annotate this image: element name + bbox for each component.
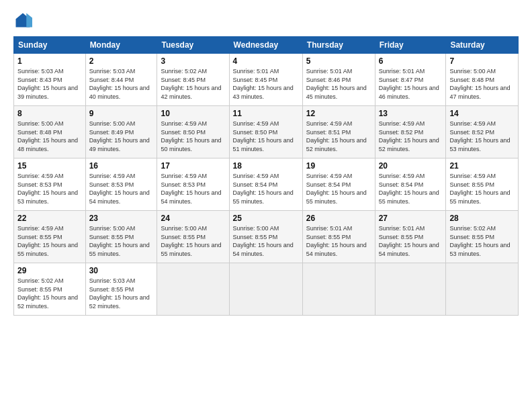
day-info: Sunrise: 4:59 AMSunset: 8:53 PMDaylight:… — [17, 172, 82, 205]
calendar-week-4: 22Sunrise: 4:59 AMSunset: 8:55 PMDayligh… — [14, 211, 519, 263]
calendar-empty-cell — [229, 263, 302, 316]
day-info: Sunrise: 4:59 AMSunset: 8:52 PMDaylight:… — [379, 120, 443, 153]
day-info: Sunrise: 5:02 AMSunset: 8:45 PMDaylight:… — [161, 67, 225, 101]
calendar-day-22: 22Sunrise: 4:59 AMSunset: 8:55 PMDayligh… — [14, 211, 86, 263]
day-info: Sunrise: 5:03 AMSunset: 8:43 PMDaylight:… — [17, 67, 82, 101]
day-info: Sunrise: 4:59 AMSunset: 8:52 PMDaylight:… — [449, 120, 515, 153]
day-info: Sunrise: 5:00 AMSunset: 8:55 PMDaylight:… — [233, 224, 299, 258]
calendar-day-20: 20Sunrise: 4:59 AMSunset: 8:54 PMDayligh… — [375, 158, 446, 211]
day-number: 18 — [233, 161, 299, 171]
day-number: 12 — [306, 109, 371, 118]
page: SundayMondayTuesdayWednesdayThursdayFrid… — [0, 0, 532, 411]
day-info: Sunrise: 4:59 AMSunset: 8:54 PMDaylight:… — [233, 172, 299, 205]
calendar-day-10: 10Sunrise: 4:59 AMSunset: 8:50 PMDayligh… — [157, 106, 229, 158]
calendar-header-sunday: Sunday — [14, 37, 86, 54]
calendar-empty-cell — [375, 263, 446, 316]
day-number: 1 — [17, 56, 82, 66]
day-info: Sunrise: 5:01 AMSunset: 8:46 PMDaylight:… — [306, 67, 371, 101]
calendar-day-2: 2Sunrise: 5:03 AMSunset: 8:44 PMDaylight… — [85, 54, 157, 106]
calendar-day-28: 28Sunrise: 5:02 AMSunset: 8:55 PMDayligh… — [446, 211, 519, 263]
calendar-day-21: 21Sunrise: 4:59 AMSunset: 8:55 PMDayligh… — [446, 158, 519, 211]
day-number: 11 — [233, 109, 299, 118]
calendar-week-5: 29Sunrise: 5:02 AMSunset: 8:55 PMDayligh… — [14, 263, 519, 316]
logo-icon — [13, 11, 32, 30]
day-number: 23 — [89, 214, 154, 223]
day-number: 28 — [449, 214, 515, 223]
calendar-week-3: 15Sunrise: 4:59 AMSunset: 8:53 PMDayligh… — [14, 158, 519, 211]
day-number: 6 — [379, 56, 443, 66]
day-info: Sunrise: 4:59 AMSunset: 8:54 PMDaylight:… — [306, 172, 371, 205]
calendar-day-3: 3Sunrise: 5:02 AMSunset: 8:45 PMDaylight… — [157, 54, 229, 106]
calendar-header-row: SundayMondayTuesdayWednesdayThursdayFrid… — [14, 37, 519, 54]
day-info: Sunrise: 5:01 AMSunset: 8:47 PMDaylight:… — [379, 67, 443, 101]
calendar-day-27: 27Sunrise: 5:01 AMSunset: 8:55 PMDayligh… — [375, 211, 446, 263]
day-info: Sunrise: 5:02 AMSunset: 8:55 PMDaylight:… — [17, 277, 82, 310]
day-number: 19 — [306, 161, 371, 171]
day-info: Sunrise: 4:59 AMSunset: 8:54 PMDaylight:… — [379, 172, 443, 205]
calendar-week-1: 1Sunrise: 5:03 AMSunset: 8:43 PMDaylight… — [14, 54, 519, 106]
calendar-day-11: 11Sunrise: 4:59 AMSunset: 8:50 PMDayligh… — [229, 106, 302, 158]
calendar-day-15: 15Sunrise: 4:59 AMSunset: 8:53 PMDayligh… — [14, 158, 86, 211]
calendar-empty-cell — [302, 263, 375, 316]
day-number: 20 — [379, 161, 443, 171]
day-number: 10 — [161, 109, 225, 118]
calendar-header-saturday: Saturday — [446, 37, 519, 54]
day-info: Sunrise: 5:03 AMSunset: 8:44 PMDaylight:… — [89, 67, 154, 101]
calendar-week-2: 8Sunrise: 5:00 AMSunset: 8:48 PMDaylight… — [14, 106, 519, 158]
calendar-day-5: 5Sunrise: 5:01 AMSunset: 8:46 PMDaylight… — [302, 54, 375, 106]
day-info: Sunrise: 4:59 AMSunset: 8:53 PMDaylight:… — [89, 172, 154, 205]
calendar-day-24: 24Sunrise: 5:00 AMSunset: 8:55 PMDayligh… — [157, 211, 229, 263]
calendar-empty-cell — [157, 263, 229, 316]
day-number: 25 — [233, 214, 299, 223]
day-number: 22 — [17, 214, 82, 223]
day-number: 8 — [17, 109, 82, 118]
day-number: 4 — [233, 56, 299, 66]
calendar-day-4: 4Sunrise: 5:01 AMSunset: 8:45 PMDaylight… — [229, 54, 302, 106]
day-number: 9 — [89, 109, 154, 118]
calendar-day-13: 13Sunrise: 4:59 AMSunset: 8:52 PMDayligh… — [375, 106, 446, 158]
calendar-day-6: 6Sunrise: 5:01 AMSunset: 8:47 PMDaylight… — [375, 54, 446, 106]
day-number: 17 — [161, 161, 225, 171]
day-info: Sunrise: 5:01 AMSunset: 8:55 PMDaylight:… — [379, 224, 443, 258]
day-info: Sunrise: 5:02 AMSunset: 8:55 PMDaylight:… — [449, 224, 515, 258]
day-info: Sunrise: 4:59 AMSunset: 8:55 PMDaylight:… — [449, 172, 515, 205]
day-info: Sunrise: 5:00 AMSunset: 8:48 PMDaylight:… — [449, 67, 515, 101]
header — [13, 11, 519, 30]
calendar-day-16: 16Sunrise: 4:59 AMSunset: 8:53 PMDayligh… — [85, 158, 157, 211]
logo — [13, 11, 35, 30]
calendar-day-30: 30Sunrise: 5:03 AMSunset: 8:55 PMDayligh… — [85, 263, 157, 316]
calendar-day-14: 14Sunrise: 4:59 AMSunset: 8:52 PMDayligh… — [446, 106, 519, 158]
day-number: 5 — [306, 56, 371, 66]
day-number: 26 — [306, 214, 371, 223]
day-number: 30 — [89, 266, 154, 275]
day-number: 16 — [89, 161, 154, 171]
calendar-header-monday: Monday — [85, 37, 157, 54]
day-number: 15 — [17, 161, 82, 171]
day-info: Sunrise: 5:00 AMSunset: 8:48 PMDaylight:… — [17, 120, 82, 153]
calendar-header-tuesday: Tuesday — [157, 37, 229, 54]
day-info: Sunrise: 5:00 AMSunset: 8:55 PMDaylight:… — [89, 224, 154, 258]
calendar-table: SundayMondayTuesdayWednesdayThursdayFrid… — [13, 36, 519, 316]
day-number: 14 — [449, 109, 515, 118]
calendar-day-1: 1Sunrise: 5:03 AMSunset: 8:43 PMDaylight… — [14, 54, 86, 106]
day-number: 29 — [17, 266, 82, 275]
day-info: Sunrise: 5:00 AMSunset: 8:49 PMDaylight:… — [89, 120, 154, 153]
day-info: Sunrise: 5:01 AMSunset: 8:45 PMDaylight:… — [233, 67, 299, 101]
svg-marker-1 — [26, 13, 32, 28]
day-number: 24 — [161, 214, 225, 223]
day-info: Sunrise: 4:59 AMSunset: 8:51 PMDaylight:… — [306, 120, 371, 153]
calendar-header-friday: Friday — [375, 37, 446, 54]
calendar-day-26: 26Sunrise: 5:01 AMSunset: 8:55 PMDayligh… — [302, 211, 375, 263]
calendar-day-23: 23Sunrise: 5:00 AMSunset: 8:55 PMDayligh… — [85, 211, 157, 263]
calendar-day-19: 19Sunrise: 4:59 AMSunset: 8:54 PMDayligh… — [302, 158, 375, 211]
calendar-day-29: 29Sunrise: 5:02 AMSunset: 8:55 PMDayligh… — [14, 263, 86, 316]
calendar-empty-cell — [446, 263, 519, 316]
day-info: Sunrise: 4:59 AMSunset: 8:50 PMDaylight:… — [161, 120, 225, 153]
day-number: 3 — [161, 56, 225, 66]
day-number: 21 — [449, 161, 515, 171]
calendar-day-12: 12Sunrise: 4:59 AMSunset: 8:51 PMDayligh… — [302, 106, 375, 158]
calendar-day-8: 8Sunrise: 5:00 AMSunset: 8:48 PMDaylight… — [14, 106, 86, 158]
day-number: 7 — [449, 56, 515, 66]
day-info: Sunrise: 4:59 AMSunset: 8:55 PMDaylight:… — [17, 224, 82, 258]
day-info: Sunrise: 5:01 AMSunset: 8:55 PMDaylight:… — [306, 224, 371, 258]
